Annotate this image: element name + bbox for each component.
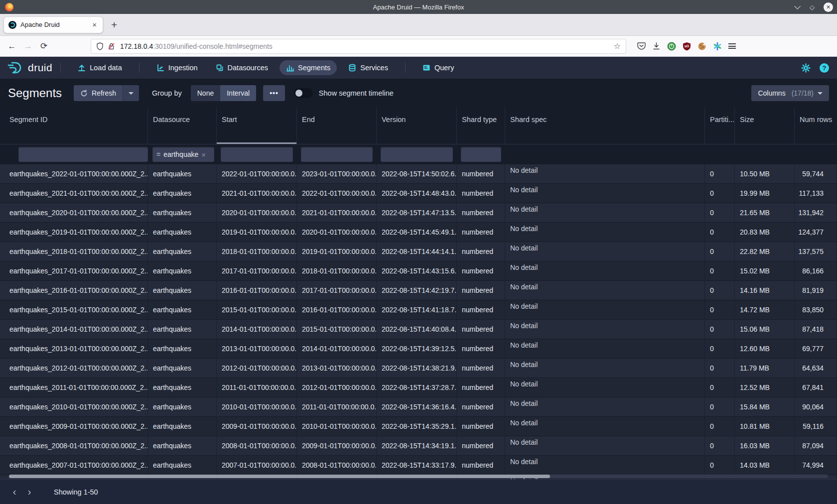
cell-datasource: earthquakes (148, 456, 217, 475)
nav-item-segments[interactable]: Segments (279, 60, 337, 75)
pagination-footer: ‹ › Showing 1-50 (0, 479, 837, 504)
cell-size: 20.83 MB (735, 223, 795, 242)
column-header-datasource[interactable]: Datasource (148, 108, 217, 144)
table-row[interactable]: earthquakes_2018-01-01T00:00:00.000Z_2..… (0, 242, 837, 261)
asterisk-extension-icon[interactable] (713, 42, 722, 51)
table-row[interactable]: earthquakes_2022-01-01T00:00:00.000Z_2..… (0, 164, 837, 184)
showing-range-label: Showing 1-50 (54, 488, 98, 496)
reload-button[interactable]: ⟳ (36, 41, 52, 51)
cell-version: 2022-08-15T14:36:16.4... (377, 397, 457, 416)
query-icon (422, 64, 430, 72)
cell-datasource: earthquakes (148, 184, 217, 203)
url-text[interactable]: 172.18.0.4:30109/unified-console.html#se… (120, 42, 614, 50)
filter-input-version[interactable] (381, 147, 453, 162)
filter-input-end[interactable] (301, 147, 373, 162)
settings-gear-icon[interactable] (801, 63, 811, 73)
table-row[interactable]: earthquakes_2008-01-01T00:00:00.000Z_2..… (0, 436, 837, 456)
column-header-segment-id[interactable]: Segment ID (0, 108, 148, 144)
filter-input-datasource[interactable]: = earthquake × (152, 147, 214, 162)
table-row[interactable]: earthquakes_2010-01-01T00:00:00.000Z_2..… (0, 397, 837, 417)
table-row[interactable]: earthquakes_2016-01-01T00:00:00.000Z_2..… (0, 281, 837, 300)
cell-size: 15.06 MB (735, 320, 795, 339)
nav-divider (60, 63, 61, 73)
nav-item-datasources[interactable]: Datasources (209, 60, 275, 75)
column-header-shard-spec[interactable]: Shard spec (505, 108, 705, 144)
window-minimize-icon[interactable] (792, 3, 801, 11)
tab-close-icon[interactable]: × (91, 20, 98, 29)
columns-button[interactable]: Columns(17/18) (751, 85, 829, 101)
nav-item-services[interactable]: Services (342, 60, 395, 75)
url-bar[interactable]: 172.18.0.4:30109/unified-console.html#se… (91, 39, 626, 54)
table-row[interactable]: earthquakes_2007-01-01T00:00:00.000Z_2..… (0, 456, 837, 475)
table-row[interactable]: earthquakes_2020-01-01T00:00:00.000Z_2..… (0, 203, 837, 223)
column-header-shard-type[interactable]: Shard type (457, 108, 505, 144)
cell-shard-type: numbered (457, 320, 505, 339)
new-tab-button[interactable]: + (111, 19, 117, 31)
filter-input-shard-type[interactable] (461, 147, 501, 162)
pocket-icon[interactable] (637, 42, 646, 50)
table-row[interactable]: earthquakes_2017-01-01T00:00:00.000Z_2..… (0, 261, 837, 281)
filter-remove-icon[interactable]: × (201, 150, 206, 159)
column-header-start[interactable]: Start (217, 108, 297, 144)
nav-item-load-data[interactable]: Load data (71, 60, 129, 75)
cell-start: 2010-01-01T00:00:00.0... (217, 397, 297, 416)
forward-button[interactable]: → (20, 41, 36, 51)
back-button[interactable]: ← (4, 41, 20, 51)
tab-apache-druid[interactable]: Apache Druid × (3, 16, 103, 33)
nav-item-label: Query (434, 64, 454, 72)
group-by-interval-button[interactable]: Interval (220, 85, 256, 101)
cell-end: 2018-01-01T00:00:00.0... (297, 261, 377, 280)
group-by-none-button[interactable]: None (191, 85, 220, 101)
toggle-knob (295, 90, 302, 97)
column-header-end[interactable]: End (297, 108, 377, 144)
window-maximize-icon[interactable]: ◇ (808, 3, 817, 11)
tracking-shield-icon[interactable] (96, 42, 104, 50)
previous-page-button[interactable]: ‹ (7, 486, 22, 498)
more-options-button[interactable]: ••• (263, 85, 285, 101)
nav-item-ingestion[interactable]: Ingestion (150, 60, 204, 75)
help-icon[interactable]: ? (820, 63, 829, 73)
refresh-button[interactable]: Refresh (74, 85, 123, 101)
cell-end: 2022-01-01T00:00:00.0... (297, 184, 377, 203)
table-row[interactable]: earthquakes_2011-01-01T00:00:00.000Z_2..… (0, 378, 837, 397)
cell-size: 10.81 MB (735, 417, 795, 436)
table-row[interactable]: earthquakes_2015-01-01T00:00:00.000Z_2..… (0, 300, 837, 320)
horizontal-scrollbar[interactable] (9, 475, 828, 478)
cell-start: 2019-01-01T00:00:00.0... (217, 223, 297, 242)
druid-brand[interactable]: druid (7, 61, 52, 74)
column-header-size[interactable]: Size (735, 108, 795, 144)
table-row[interactable]: earthquakes_2014-01-01T00:00:00.000Z_2..… (0, 320, 837, 339)
refresh-dropdown-button[interactable] (123, 85, 139, 101)
horizontal-scrollbar-thumb[interactable] (9, 475, 550, 478)
segment-timeline-toggle[interactable] (294, 88, 313, 98)
table-row[interactable]: earthquakes_2013-01-01T00:00:00.000Z_2..… (0, 339, 837, 359)
cell-size: 16.03 MB (735, 436, 795, 455)
column-header-num-rows[interactable]: Num rows (795, 108, 837, 144)
menu-hamburger-icon[interactable] (728, 43, 736, 49)
cell-segment-id: earthquakes_2013-01-01T00:00:00.000Z_2..… (0, 339, 148, 358)
insecure-lock-icon[interactable] (108, 42, 115, 50)
privacy-extension-icon[interactable] (667, 42, 676, 51)
cell-partition: 0 (705, 456, 735, 475)
next-page-button[interactable]: › (22, 486, 37, 498)
cell-segment-id: earthquakes_2011-01-01T00:00:00.000Z_2..… (0, 378, 148, 397)
ublock-origin-icon[interactable]: uO (683, 42, 691, 51)
table-row[interactable]: earthquakes_2021-01-01T00:00:00.000Z_2..… (0, 184, 837, 203)
downloads-icon[interactable] (652, 42, 661, 50)
filter-input-start[interactable] (221, 147, 293, 162)
nav-item-query[interactable]: Query (416, 60, 461, 75)
group-by-label: Group by (152, 89, 182, 97)
nav-item-label: Services (360, 64, 388, 72)
nav-item-label: Datasources (228, 64, 268, 72)
table-row[interactable]: earthquakes_2019-01-01T00:00:00.000Z_2..… (0, 223, 837, 242)
window-close-icon[interactable]: × (824, 2, 833, 12)
filter-input-segment-id[interactable] (18, 147, 148, 162)
bookmark-star-icon[interactable]: ☆ (614, 41, 621, 51)
cell-datasource: earthquakes (148, 203, 217, 222)
column-header-version[interactable]: Version (377, 108, 457, 144)
cell-shard-spec: No detail (505, 300, 705, 319)
table-row[interactable]: earthquakes_2009-01-01T00:00:00.000Z_2..… (0, 417, 837, 436)
table-row[interactable]: earthquakes_2012-01-01T00:00:00.000Z_2..… (0, 359, 837, 378)
cookie-extension-icon[interactable] (698, 42, 706, 51)
column-header-partition[interactable]: Partiti... (705, 108, 735, 144)
